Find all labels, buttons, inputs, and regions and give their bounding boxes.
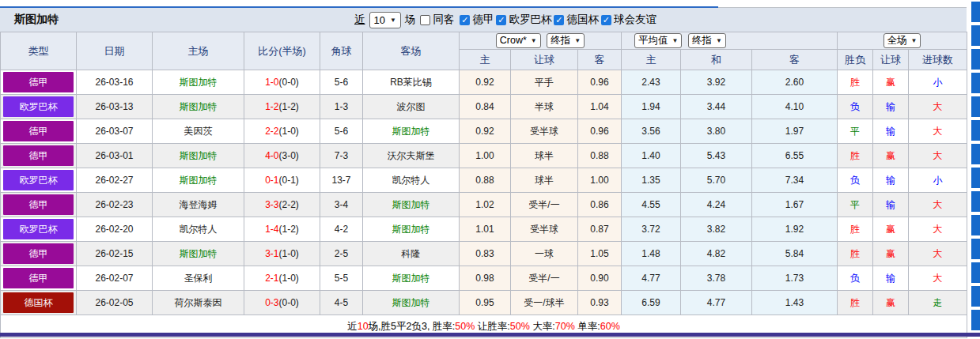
away-team-name: 凯尔特人 [392, 175, 430, 186]
league-filter-group: ✓德甲✓欧罗巴杯✓德国杯✓球会友谊 [460, 13, 659, 27]
home-team-name: 斯图加特 [180, 101, 218, 112]
avg-home-odds: 1.48 [622, 242, 681, 266]
avg-away-odds: 2.60 [752, 70, 838, 95]
home-team: 斯图加特 [153, 144, 244, 168]
league-badge: 德甲 [3, 243, 74, 264]
home-team-name: 斯图加特 [180, 150, 218, 161]
handicap-result: 赢 [873, 70, 909, 95]
match-row: 德甲26-03-16斯图加特1-0(0-0)5-6RB莱比锡0.92平手0.96… [1, 70, 967, 95]
recent-link[interactable]: 近 [354, 13, 365, 27]
halftime-score: (0-0) [279, 297, 299, 308]
halftime-score: (1-2) [279, 224, 299, 235]
avg-draw-odds: 5.70 [681, 168, 752, 193]
away-team: 波尔图 [363, 95, 460, 119]
score: 1-2(1-2) [244, 95, 320, 119]
league-badge: 德甲 [3, 121, 74, 141]
league-filter-checkbox[interactable]: ✓德国杯 [554, 13, 600, 27]
league-filter-checkbox[interactable]: ✓球会友谊 [601, 13, 657, 27]
checkbox-checked-icon: ✓ [496, 15, 506, 25]
away-odds: 1.00 [578, 168, 622, 193]
corners: 7-3 [320, 144, 363, 168]
team-title: 斯图加特 [14, 13, 59, 27]
handicap-result: 输 [873, 266, 909, 291]
games-label: 场 [405, 13, 416, 27]
away-team-name: 斯图加特 [392, 199, 430, 210]
avg-away-odds: 1.67 [752, 193, 838, 217]
average-select[interactable]: 平均值▼ [634, 33, 682, 48]
league-badge: 欧罗巴杯 [3, 96, 74, 117]
league-filter-label: 德甲 [472, 13, 494, 27]
away-team: 斯图加特 [363, 291, 460, 315]
league-badge: 德国杯 [3, 292, 74, 313]
away-team-name: 沃尔夫斯堡 [388, 150, 435, 161]
away-team-name: 斯图加特 [392, 297, 430, 308]
result-group-header: 全场▼ [838, 32, 967, 50]
avg-home-odds: 6.59 [622, 291, 681, 315]
checkbox-checked-icon: ✓ [601, 15, 611, 25]
away-team: 沃尔夫斯堡 [363, 144, 460, 168]
away-team: 斯图加特 [363, 217, 460, 242]
bookmaker-select[interactable]: Crow*▼ [496, 33, 541, 48]
avg-away-odds: 1.92 [752, 217, 838, 242]
league-badge-cell: 欧罗巴杯 [1, 217, 77, 242]
away-odds: 0.90 [578, 266, 622, 291]
bottom-divider [0, 333, 980, 337]
goals-result: 大 [909, 242, 967, 266]
handicap: 受半/一 [511, 193, 578, 217]
handicap: 球半 [511, 144, 578, 168]
corners: 4-2 [320, 217, 363, 242]
handicap-result: 赢 [873, 291, 909, 315]
right-edge-strip [971, 2, 980, 330]
result: 平 [838, 119, 873, 144]
odds-time-select-2[interactable]: 终指▼ [688, 33, 726, 48]
avg-home-odds: 3.72 [622, 217, 681, 242]
league-badge-cell: 欧罗巴杯 [1, 168, 77, 193]
recent-count-select[interactable]: 10 ▼ [369, 12, 401, 28]
league-badge-cell: 德国杯 [1, 291, 77, 315]
avg-away-odds: 1.73 [752, 266, 838, 291]
handicap: 受半球 [511, 119, 578, 144]
match-date: 26-02-20 [77, 217, 153, 242]
odds-group-header: Crow*▼ 终指▼ [460, 32, 622, 50]
fulltime-score: 2-1 [265, 273, 278, 284]
handicap: 球半 [511, 168, 578, 193]
col-header-avg-away: 客 [752, 50, 838, 70]
home-odds: 0.95 [460, 291, 511, 315]
col-header-result: 胜负 [838, 50, 873, 70]
match-row: 德甲26-02-07圣保利2-1(1-0)5-5斯图加特0.98受半/一0.90… [1, 266, 967, 291]
halftime-score: (2-2) [279, 199, 299, 210]
match-date: 26-03-01 [77, 144, 153, 168]
corners: 5-6 [320, 70, 363, 95]
league-filter-checkbox[interactable]: ✓德甲 [460, 13, 494, 27]
home-team-name: 美因茨 [184, 126, 213, 137]
league-filter-checkbox[interactable]: ✓欧罗巴杯 [496, 13, 552, 27]
league-filter-label: 球会友谊 [614, 13, 656, 27]
goals-result: 大 [909, 266, 967, 291]
avg-draw-odds: 3.82 [681, 217, 752, 242]
same-away-checkbox[interactable]: 同客 [420, 13, 455, 27]
match-row: 德国杯26-02-05荷尔斯泰因0-3(0-0)4-5斯图加特0.95受一/球半… [1, 291, 967, 315]
home-team: 斯图加特 [153, 168, 244, 193]
match-row: 欧罗巴杯26-02-27斯图加特0-1(0-1)13-7凯尔特人0.88球半1.… [1, 168, 967, 193]
home-team-name: 凯尔特人 [180, 224, 218, 235]
halftime-score: (1-2) [279, 101, 299, 112]
match-date: 26-02-07 [77, 266, 153, 291]
league-badge-cell: 德甲 [1, 242, 77, 266]
col-header-date: 日期 [77, 32, 153, 70]
handicap-result: 输 [873, 168, 909, 193]
col-header-odds-away: 客 [578, 50, 622, 70]
avg-draw-odds: 3.78 [681, 266, 752, 291]
home-odds: 0.98 [460, 266, 511, 291]
handicap-result: 赢 [873, 242, 909, 266]
scope-select[interactable]: 全场▼ [884, 33, 921, 48]
avg-home-odds: 1.40 [622, 144, 681, 168]
odds-time-select-1[interactable]: 终指▼ [547, 33, 585, 48]
fulltime-score: 1-4 [265, 224, 278, 235]
corners: 1-3 [320, 95, 363, 119]
checkbox-unchecked-icon [420, 15, 430, 25]
away-team: RB莱比锡 [363, 70, 460, 95]
col-header-avg-home: 主 [622, 50, 681, 70]
summary-value: 70% [555, 321, 575, 332]
chevron-down-icon: ▼ [672, 37, 679, 44]
avg-home-odds: 4.77 [622, 266, 681, 291]
